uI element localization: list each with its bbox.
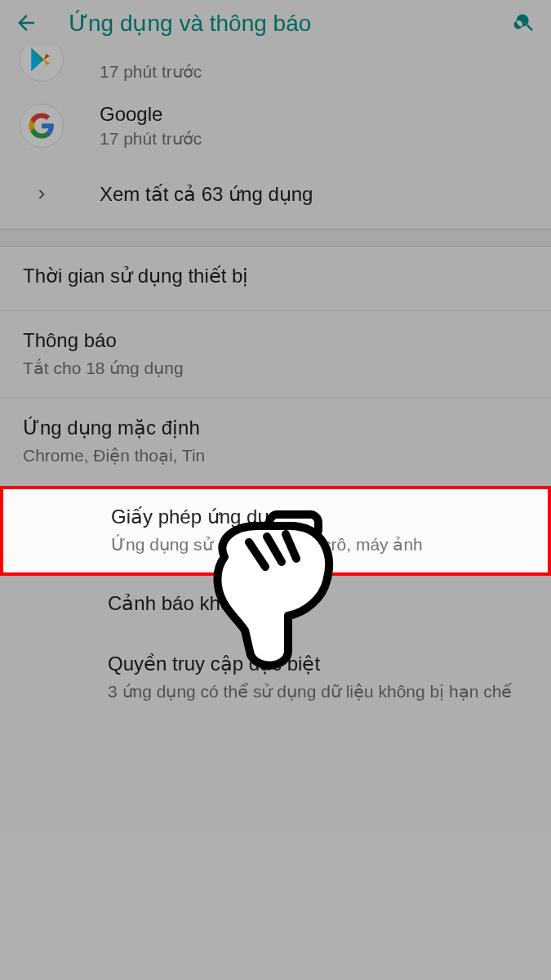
back-button[interactable]: [7, 3, 46, 42]
page-title: Ứng dụng và thông báo: [46, 10, 505, 37]
row-special-access[interactable]: Quyền truy cập đặc biệt 3 ứng dụng có th…: [0, 636, 551, 719]
row-subtitle: Ứng dụng sử dụng vị trí, micrô, máy ảnh: [111, 533, 525, 556]
google-icon: [20, 104, 64, 148]
row-default-apps[interactable]: Ứng dụng mặc định Chrome, Điện thoại, Ti…: [0, 399, 551, 485]
recent-app-row[interactable]: 17 phút trước: [0, 46, 551, 91]
play-store-icon: [20, 46, 64, 82]
row-title: Quyền truy cập đặc biệt: [108, 653, 528, 675]
app-bar: Ứng dụng và thông báo: [0, 0, 551, 46]
recent-app-subtitle: 17 phút trước: [100, 129, 202, 149]
chevron-right-icon: [20, 185, 64, 203]
row-subtitle: Chrome, Điện thoại, Tin: [23, 444, 528, 467]
recent-app-name: Google: [100, 103, 202, 126]
highlight-annotation: Giấy phép ứng dụng Ứng dụng sử dụng vị t…: [0, 486, 551, 576]
row-emergency-alerts[interactable]: Cảnh báo khẩn cấp: [0, 576, 551, 636]
see-all-label: Xem tất cả 63 ứng dụng: [64, 183, 313, 206]
row-screen-time[interactable]: Thời gian sử dụng thiết bị: [0, 247, 551, 311]
row-subtitle: 3 ứng dụng có thể sử dụng dữ liệu không …: [108, 680, 528, 703]
row-title: Thông báo: [23, 329, 528, 352]
section-divider: [0, 229, 551, 247]
recent-app-subtitle: 17 phút trước: [100, 62, 202, 82]
row-title: Giấy phép ứng dụng: [111, 506, 525, 528]
row-app-permissions[interactable]: Giấy phép ứng dụng Ứng dụng sử dụng vị t…: [3, 489, 548, 572]
row-title: Cảnh báo khẩn cấp: [108, 592, 528, 615]
arrow-back-icon: [14, 11, 38, 35]
see-all-apps[interactable]: Xem tất cả 63 ứng dụng: [0, 160, 551, 229]
row-notifications[interactable]: Thông báo Tắt cho 18 ứng dụng: [0, 311, 551, 399]
search-icon: [513, 11, 536, 34]
row-title: Thời gian sử dụng thiết bị: [23, 265, 528, 287]
recent-app-row[interactable]: Google 17 phút trước: [0, 91, 551, 160]
row-subtitle: Tắt cho 18 ứng dụng: [23, 357, 528, 380]
search-button[interactable]: [505, 3, 544, 42]
row-title: Ứng dụng mặc định: [23, 416, 528, 439]
